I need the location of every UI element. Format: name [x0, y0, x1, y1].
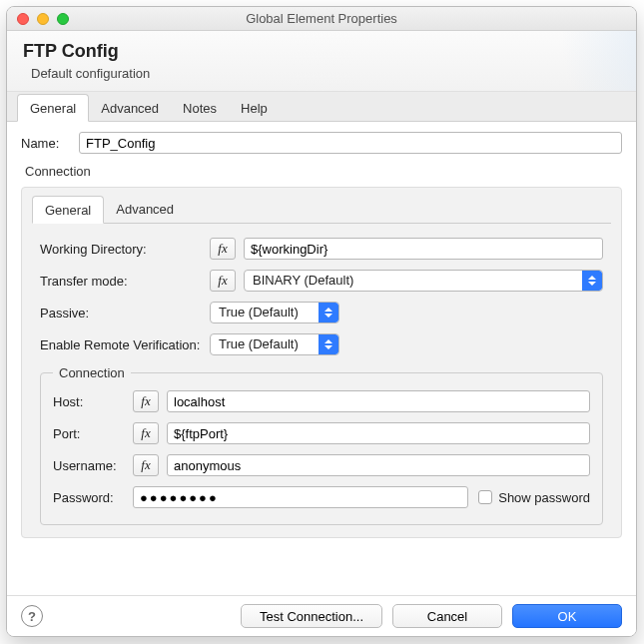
inner-tab-general[interactable]: General — [32, 196, 104, 224]
inner-tab-advanced[interactable]: Advanced — [104, 196, 186, 223]
transfer-mode-row: Transfer mode: fx BINARY (Default) — [40, 270, 603, 292]
cancel-button[interactable]: Cancel — [392, 604, 502, 628]
connection-panel: General Advanced Working Directory: fx T… — [21, 187, 622, 538]
chevron-updown-icon — [319, 303, 338, 322]
tab-advanced[interactable]: Advanced — [89, 95, 171, 121]
password-input[interactable] — [133, 486, 468, 508]
fx-icon[interactable]: fx — [210, 270, 236, 292]
top-tabs: General Advanced Notes Help — [7, 92, 636, 122]
dialog-body: Name: Connection General Advanced Workin… — [7, 122, 636, 595]
transfer-mode-label: Transfer mode: — [40, 274, 210, 289]
username-label: Username: — [53, 458, 133, 473]
port-label: Port: — [53, 426, 133, 441]
username-row: Username: fx — [53, 454, 590, 476]
port-row: Port: fx — [53, 422, 590, 444]
show-password-checkbox[interactable] — [478, 490, 492, 504]
remote-verification-select[interactable]: True (Default) — [210, 333, 339, 355]
working-directory-label: Working Directory: — [40, 242, 210, 257]
dialog-footer: ? Test Connection... Cancel OK — [7, 595, 636, 636]
window-title: Global Element Properties — [7, 11, 636, 26]
chevron-updown-icon — [582, 271, 602, 291]
tab-general[interactable]: General — [17, 94, 89, 122]
name-input[interactable] — [79, 132, 622, 154]
remote-verification-value: True (Default) — [219, 336, 299, 351]
config-subtitle: Default configuration — [31, 66, 620, 81]
username-input[interactable] — [167, 454, 590, 476]
passive-value: True (Default) — [219, 305, 299, 320]
host-row: Host: fx — [53, 390, 590, 412]
passive-select[interactable]: True (Default) — [210, 302, 339, 323]
transfer-mode-select[interactable]: BINARY (Default) — [244, 270, 603, 292]
connection-group: Connection Host: fx Port: fx Username: f… — [40, 365, 603, 525]
name-row: Name: — [21, 132, 622, 154]
dialog-header: FTP Config Default configuration — [7, 31, 636, 92]
fx-icon[interactable]: fx — [210, 238, 236, 260]
fx-icon[interactable]: fx — [133, 422, 159, 444]
remote-verification-label: Enable Remote Verification: — [40, 337, 210, 352]
inner-panel: Working Directory: fx Transfer mode: fx … — [32, 234, 611, 525]
fx-icon[interactable]: fx — [133, 390, 159, 412]
titlebar: Global Element Properties — [7, 7, 636, 31]
working-directory-row: Working Directory: fx — [40, 238, 603, 260]
passive-label: Passive: — [40, 306, 210, 321]
dialog-window: Global Element Properties FTP Config Def… — [6, 6, 637, 637]
passive-row: Passive: True (Default) — [40, 302, 603, 323]
password-label: Password: — [53, 490, 133, 505]
name-label: Name: — [21, 136, 71, 151]
transfer-mode-value: BINARY (Default) — [253, 273, 353, 288]
remote-verification-row: Enable Remote Verification: True (Defaul… — [40, 333, 603, 355]
show-password-label: Show password — [498, 490, 590, 505]
connection-section-label: Connection — [25, 164, 622, 179]
host-label: Host: — [53, 394, 133, 409]
working-directory-input[interactable] — [244, 238, 603, 260]
fx-icon[interactable]: fx — [133, 454, 159, 476]
connection-legend: Connection — [53, 365, 131, 380]
inner-tabs: General Advanced — [32, 196, 611, 224]
chevron-updown-icon — [319, 334, 338, 354]
config-title: FTP Config — [23, 41, 620, 62]
test-connection-button[interactable]: Test Connection... — [241, 604, 382, 628]
tab-notes[interactable]: Notes — [171, 95, 229, 121]
ok-button[interactable]: OK — [512, 604, 622, 628]
host-input[interactable] — [167, 390, 590, 412]
help-icon[interactable]: ? — [21, 605, 43, 627]
port-input[interactable] — [167, 422, 590, 444]
tab-help[interactable]: Help — [229, 95, 280, 121]
password-row: Password: Show password — [53, 486, 590, 508]
